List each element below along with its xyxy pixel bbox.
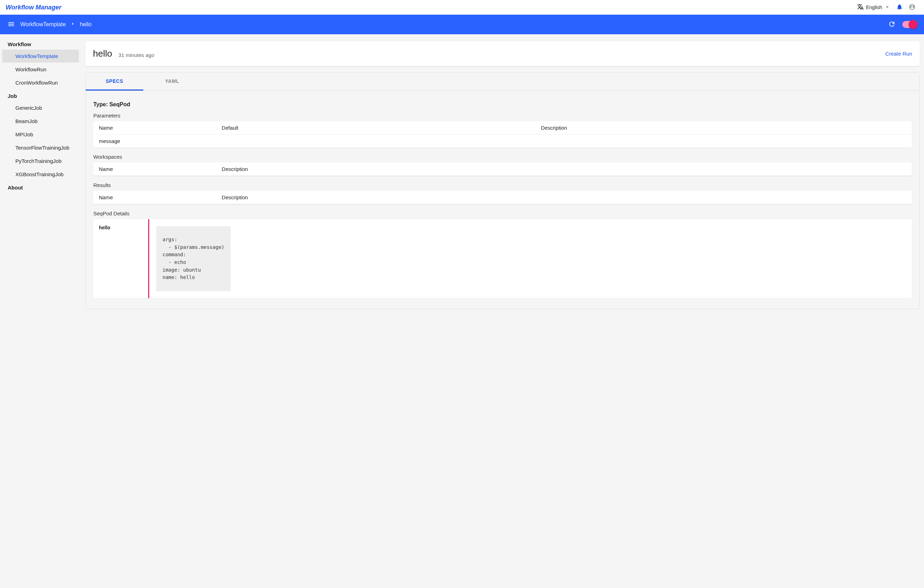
sidebar-group-workflow: Workflow [0,38,81,49]
language-selector[interactable]: English [854,2,893,13]
table-row: message [93,135,912,148]
refresh-icon [888,20,896,29]
seqpod-details-title: SeqPod Details [93,210,912,216]
tabs: SPECS YAML [86,73,919,91]
language-label: English [866,5,882,10]
menu-button[interactable] [5,18,18,31]
results-col-name: Name [93,191,216,204]
menu-icon [7,20,15,29]
sidebar-group-about[interactable]: About [0,181,81,193]
toggle-knob [909,20,918,29]
workspaces-col-name: Name [93,163,216,176]
sidebar-item-beamjob[interactable]: BeamJob [2,115,79,127]
sidebar-item-cronworkflowrun[interactable]: CronWorkflowRun [2,76,79,89]
tab-specs[interactable]: SPECS [86,73,143,91]
theme-toggle[interactable] [903,21,917,28]
sidebar-group-job: Job [0,89,81,101]
notifications-button[interactable] [893,1,906,14]
parameters-col-description: Description [535,121,912,135]
chevron-right-icon [70,21,76,28]
account-circle-icon [909,3,916,12]
workspaces-title: Workspaces [93,154,912,160]
workflow-name: hello [93,48,112,59]
type-line: Type: SeqPod [93,101,912,108]
breadcrumb-current: hello [80,21,92,28]
param-default [216,135,535,148]
toolbar: WorkflowTemplate hello [0,15,924,34]
breadcrumb: WorkflowTemplate hello [20,21,92,28]
workspaces-col-description: Description [216,163,912,176]
spec-panel: SPECS YAML Type: SeqPod Parameters Name … [85,73,920,309]
bell-icon [896,3,903,12]
sidebar-item-pytorchtrainingjob[interactable]: PyTorchTrainingJob [2,155,79,167]
top-header: Workflow Manager English [0,0,924,15]
seqpod-code: args: - $(params.message) command: - ech… [156,226,231,291]
workspaces-table: Name Description [93,163,912,176]
parameters-title: Parameters [93,112,912,119]
sidebar-item-workflowtemplate[interactable]: WorkflowTemplate [2,50,79,63]
refresh-button[interactable] [886,18,898,31]
parameters-col-default: Default [216,121,535,135]
main-content: hello 31 minutes ago Create Run SPECS YA… [81,34,924,588]
account-button[interactable] [906,1,918,14]
tab-yaml[interactable]: YAML [143,73,201,91]
parameters-table: Name Default Description message [93,121,912,147]
workflow-timestamp: 31 minutes ago [119,52,155,58]
seqpod-step-name[interactable]: hello [93,219,149,298]
param-description [535,135,912,148]
param-name: message [93,135,216,148]
results-table: Name Description [93,191,912,204]
chevron-down-icon [884,4,891,11]
translate-icon [857,3,864,12]
sidebar-item-genericjob[interactable]: GenericJob [2,101,79,114]
app-title[interactable]: Workflow Manager [6,4,61,11]
breadcrumb-root[interactable]: WorkflowTemplate [20,21,66,28]
sidebar-item-xgboosttrainingjob[interactable]: XGBoostTrainingJob [2,168,79,181]
sidebar: Workflow WorkflowTemplate WorkflowRun Cr… [0,34,81,588]
sidebar-item-mpijob[interactable]: MPIJob [2,128,79,141]
create-run-button[interactable]: Create Run [885,51,912,57]
parameters-col-name: Name [93,121,216,135]
results-col-description: Description [216,191,912,204]
workflow-header-card: hello 31 minutes ago Create Run [85,41,920,66]
sidebar-item-tensorflowtrainingjob[interactable]: TensorFlowTrainingJob [2,141,79,154]
sidebar-item-workflowrun[interactable]: WorkflowRun [2,63,79,76]
results-title: Results [93,182,912,188]
seqpod-details-box: hello args: - $(params.message) command:… [93,219,912,298]
